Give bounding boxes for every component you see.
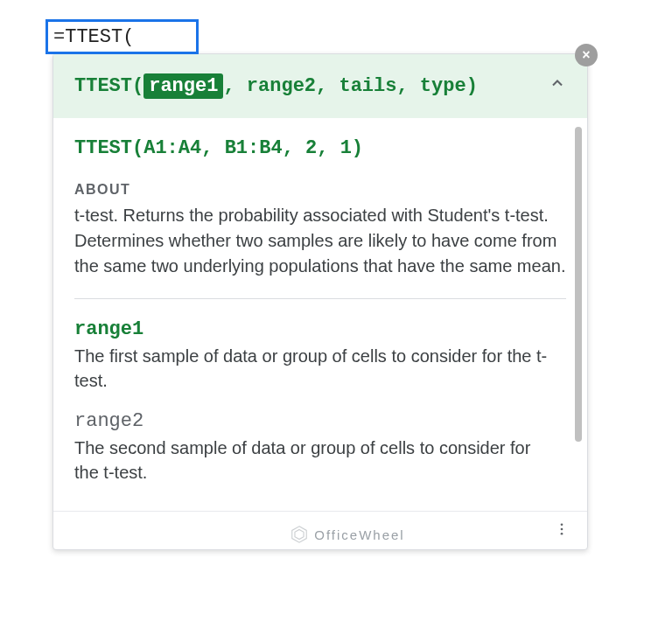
param-desc-range2: The second sample of data or group of ce… [74, 436, 551, 485]
about-label: ABOUT [74, 182, 566, 198]
divider [74, 298, 566, 299]
more-button[interactable] [549, 516, 575, 546]
collapse-button[interactable] [549, 74, 566, 98]
close-icon: × [582, 47, 590, 63]
formula-input[interactable]: =TTEST( [46, 19, 199, 54]
param-block: range2 The second sample of data or grou… [74, 410, 566, 485]
param-desc-range1: The first sample of data or group of cel… [74, 344, 551, 393]
about-text: t-test. Returns the probability associat… [74, 203, 566, 279]
svg-point-0 [561, 523, 564, 526]
function-tooltip: × TTEST( range1 , range2, tails, type) T… [52, 53, 588, 550]
param-name-range2: range2 [74, 410, 566, 432]
signature-header: TTEST( range1 , range2, tails, type) [53, 54, 587, 118]
example-formula: TTEST(A1:A4, B1:B4, 2, 1) [74, 137, 566, 159]
tooltip-footer [53, 511, 587, 549]
param-block: range1 The first sample of data or group… [74, 318, 566, 393]
param-name-range1: range1 [74, 318, 566, 340]
signature-active-param: range1 [144, 73, 223, 99]
more-vertical-icon [554, 521, 570, 537]
chevron-up-icon [549, 74, 566, 92]
signature-rest: , range2, tails, type) [223, 75, 477, 97]
svg-point-2 [561, 532, 564, 534]
svg-point-1 [561, 527, 564, 530]
tooltip-body: TTEST(A1:A4, B1:B4, 2, 1) ABOUT t-test. … [53, 118, 587, 511]
signature-text: TTEST( range1 , range2, tails, type) [74, 73, 478, 99]
signature-fn: TTEST( [74, 75, 144, 97]
close-button[interactable]: × [575, 44, 598, 66]
scrollbar[interactable] [575, 127, 582, 442]
